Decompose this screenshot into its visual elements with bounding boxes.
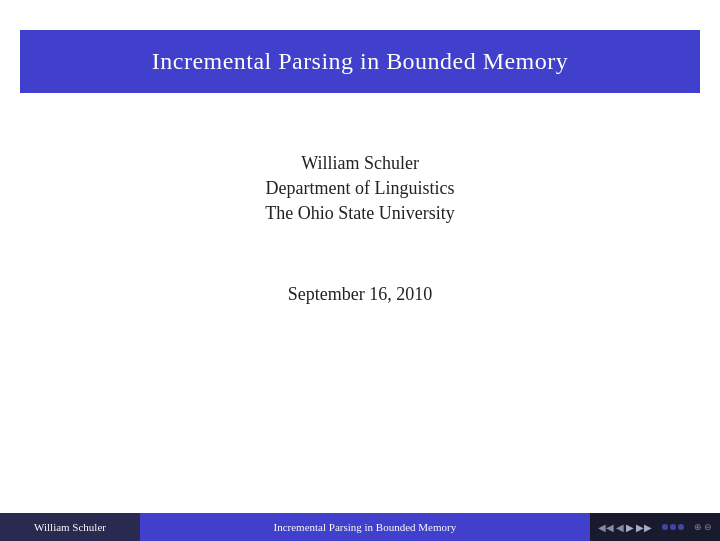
zoom-in-icon[interactable]: ⊕	[694, 522, 702, 532]
footer-bar: William Schuler Incremental Parsing in B…	[0, 513, 720, 541]
author-university: The Ohio State University	[265, 203, 454, 224]
dot-1	[662, 524, 668, 530]
date-block: September 16, 2010	[288, 284, 432, 305]
footer-controls: ◀◀ ◀ ▶ ▶▶ ⊕ ⊖	[590, 513, 720, 541]
slide-title: Incremental Parsing in Bounded Memory	[152, 48, 568, 74]
footer-title: Incremental Parsing in Bounded Memory	[140, 513, 590, 541]
nav-first-icon[interactable]: ◀◀	[598, 522, 614, 533]
dot-2	[670, 524, 676, 530]
footer-author-label: William Schuler	[34, 521, 106, 533]
nav-next-icon[interactable]: ▶	[626, 522, 634, 533]
nav-prev-icon[interactable]: ◀	[616, 522, 624, 533]
nav-last-icon[interactable]: ▶▶	[636, 522, 652, 533]
author-name: William Schuler	[265, 153, 454, 174]
nav-controls[interactable]: ◀◀ ◀ ▶ ▶▶	[598, 522, 652, 533]
slide-container: Incremental Parsing in Bounded Memory Wi…	[0, 0, 720, 541]
page-indicator	[662, 524, 684, 530]
dot-3	[678, 524, 684, 530]
footer-title-label: Incremental Parsing in Bounded Memory	[274, 521, 457, 533]
presentation-date: September 16, 2010	[288, 284, 432, 305]
zoom-controls[interactable]: ⊕ ⊖	[694, 522, 712, 532]
author-block: William Schuler Department of Linguistic…	[265, 153, 454, 224]
main-content: William Schuler Department of Linguistic…	[0, 93, 720, 513]
footer-author: William Schuler	[0, 513, 140, 541]
zoom-out-icon[interactable]: ⊖	[704, 522, 712, 532]
author-department: Department of Linguistics	[265, 178, 454, 199]
title-bar: Incremental Parsing in Bounded Memory	[20, 30, 700, 93]
